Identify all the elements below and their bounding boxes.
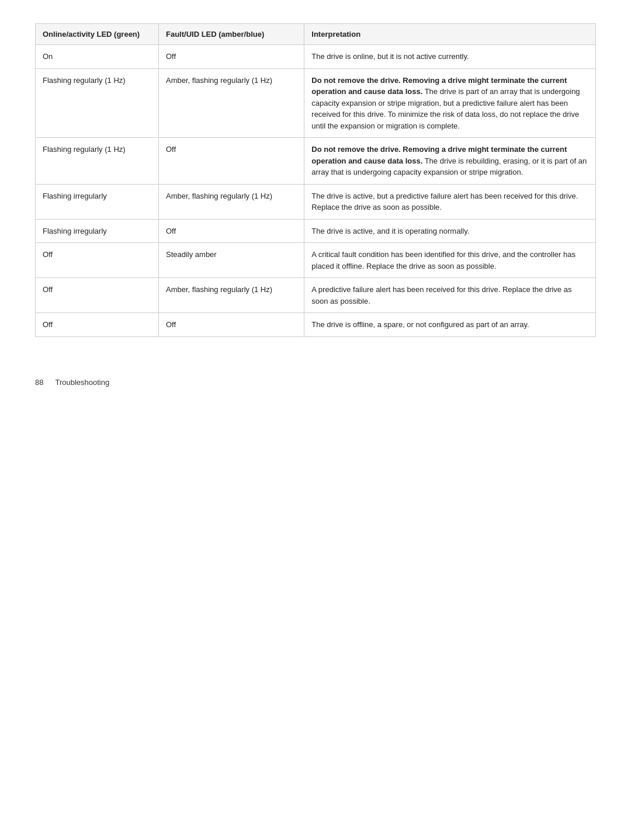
cell-interpretation: The drive is offline, a spare, or not co… [304, 313, 596, 337]
cell-online-led: Off [36, 278, 159, 313]
table-row: OffSteadily amberA critical fault condit… [36, 243, 596, 278]
cell-interpretation: The drive is active, and it is operating… [304, 219, 596, 243]
table-row: OffAmber, flashing regularly (1 Hz)A pre… [36, 278, 596, 313]
page-container: Online/activity LED (green) Fault/UID LE… [0, 0, 631, 433]
cell-interpretation: The drive is online, but it is not activ… [304, 45, 596, 69]
cell-online-led: Flashing irregularly [36, 184, 159, 219]
table-row: Flashing regularly (1 Hz)OffDo not remov… [36, 138, 596, 185]
cell-interpretation: The drive is active, but a predictive fa… [304, 184, 596, 219]
table-row: Flashing irregularlyOffThe drive is acti… [36, 219, 596, 243]
cell-online-led: On [36, 45, 159, 69]
table-header-row: Online/activity LED (green) Fault/UID LE… [36, 24, 596, 45]
cell-online-led: Off [36, 313, 159, 337]
cell-online-led: Flashing irregularly [36, 219, 159, 243]
cell-interpretation: Do not remove the drive. Removing a driv… [304, 138, 596, 185]
cell-interpretation: A critical fault condition has been iden… [304, 243, 596, 278]
header-col3: Interpretation [304, 24, 596, 45]
cell-fault-led: Off [158, 138, 304, 185]
page-footer: 88 Troubleshooting [35, 372, 596, 387]
cell-fault-led: Off [158, 219, 304, 243]
cell-interpretation: A predictive failure alert has been rece… [304, 278, 596, 313]
header-col1: Online/activity LED (green) [36, 24, 159, 45]
cell-online-led: Flashing regularly (1 Hz) [36, 138, 159, 185]
table-row: Flashing irregularlyAmber, flashing regu… [36, 184, 596, 219]
cell-fault-led: Steadily amber [158, 243, 304, 278]
cell-online-led: Off [36, 243, 159, 278]
table-row: Flashing regularly (1 Hz)Amber, flashing… [36, 68, 596, 138]
page-number: 88 [35, 378, 43, 387]
cell-fault-led: Amber, flashing regularly (1 Hz) [158, 68, 304, 138]
cell-interpretation: Do not remove the drive. Removing a driv… [304, 68, 596, 138]
footer-section: Troubleshooting [55, 378, 109, 387]
led-status-table: Online/activity LED (green) Fault/UID LE… [35, 23, 596, 337]
cell-fault-led: Amber, flashing regularly (1 Hz) [158, 184, 304, 219]
header-col2: Fault/UID LED (amber/blue) [158, 24, 304, 45]
table-row: OffOffThe drive is offline, a spare, or … [36, 313, 596, 337]
table-row: OnOffThe drive is online, but it is not … [36, 45, 596, 69]
cell-fault-led: Amber, flashing regularly (1 Hz) [158, 278, 304, 313]
cell-fault-led: Off [158, 45, 304, 69]
cell-fault-led: Off [158, 313, 304, 337]
cell-online-led: Flashing regularly (1 Hz) [36, 68, 159, 138]
